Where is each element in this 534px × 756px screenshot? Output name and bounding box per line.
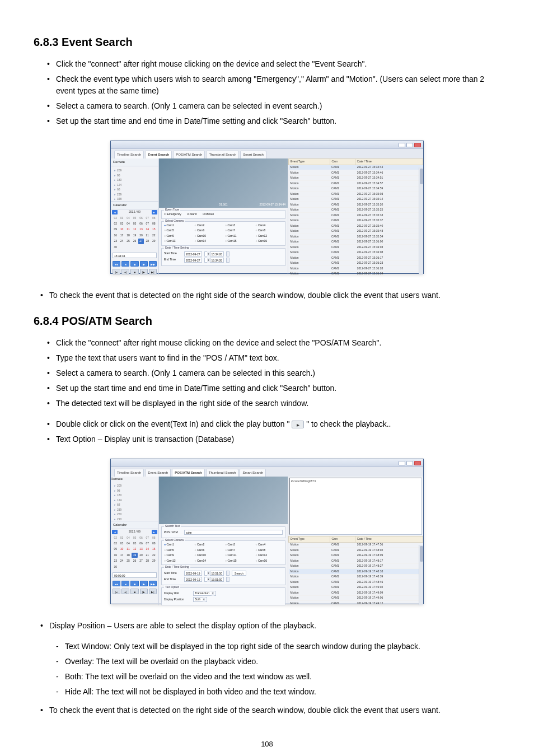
calendar-day[interactable]: 11	[125, 547, 131, 552]
window-max-icon[interactable]	[406, 143, 413, 147]
start-time-spinner[interactable]	[226, 251, 229, 256]
playback-button[interactable]: |▶	[140, 589, 148, 594]
calendar-day[interactable]: 21	[144, 233, 150, 239]
table-row[interactable]: MotionCAM12012-09-27 15:34:59	[289, 186, 423, 192]
table-row[interactable]: MotionCAM12012-09-27 15:34:57	[289, 181, 423, 186]
tab-timeline-search[interactable]: Timeline Search	[114, 469, 144, 477]
display-position-select[interactable]: Both	[193, 597, 207, 602]
camera-radio[interactable]: Cam8	[256, 228, 283, 233]
search-button[interactable]: Search	[232, 571, 246, 576]
calendar-day[interactable]: 25	[125, 239, 131, 244]
camera-radio[interactable]: Cam13	[164, 559, 191, 563]
calendar-day[interactable]: 17	[119, 553, 124, 558]
calendar-day[interactable]: 07	[144, 541, 150, 547]
end-date-input[interactable]: 2012-09-27	[184, 258, 202, 263]
camera-radio[interactable]: Cam2	[195, 223, 222, 228]
calendar-day[interactable]: 24	[119, 558, 124, 564]
calendar-day[interactable]: 29	[151, 558, 157, 564]
tree-node[interactable]: 68	[112, 188, 157, 192]
table-scrollbar[interactable]	[419, 545, 423, 605]
calendar-day[interactable]: 25	[125, 558, 131, 564]
camera-radio[interactable]: Cam6	[195, 548, 222, 553]
playback-button[interactable]: ▶▶	[149, 581, 157, 586]
calendar-day[interactable]: 20	[138, 233, 144, 239]
table-row[interactable]: MotionCAM12012-09-27 15:36:34	[289, 271, 423, 275]
calendar-day[interactable]: 22	[151, 233, 157, 239]
camera-radio[interactable]: Cam8	[256, 548, 283, 553]
start-date-dropdown[interactable]	[204, 571, 208, 576]
camera-radio[interactable]: Cam4	[256, 543, 283, 547]
calendar-day[interactable]: 28	[144, 558, 150, 564]
end-time-input[interactable]: 16:34:26	[210, 258, 224, 263]
camera-radio[interactable]: Cam15	[225, 239, 252, 244]
calendar-day[interactable]: 19	[132, 553, 137, 558]
end-date-dropdown[interactable]	[204, 258, 208, 263]
start-date-input[interactable]: 2012-09-27	[184, 251, 202, 256]
table-row[interactable]: MotionCAM12012-09-27 15:34:51	[289, 175, 423, 181]
table-row[interactable]: MotionCAM12012-09-27 15:36:08	[289, 250, 423, 255]
playback-button[interactable]: ■	[130, 261, 138, 267]
tab-pos-atm-search[interactable]: POS/ATM Search	[172, 469, 205, 477]
tree-node[interactable]: 124	[112, 498, 157, 503]
calendar-day[interactable]: 12	[132, 547, 137, 552]
table-row[interactable]: MotionCAM12012-09-27 15:35:14	[289, 197, 423, 202]
calendar-day[interactable]: 26	[132, 558, 137, 564]
tree-node[interactable]: 180	[112, 178, 157, 183]
camera-radio[interactable]: Cam4	[256, 223, 283, 228]
time-input[interactable]: 15:34:44	[113, 253, 157, 258]
camera-radio[interactable]: Cam14	[195, 239, 222, 244]
calendar-day[interactable]: 21	[144, 553, 150, 558]
calendar-day[interactable]: 15	[151, 547, 157, 552]
table-row[interactable]: MotionCAM12012-09-27 15:35:33	[289, 213, 423, 218]
playback-button[interactable]: ▶	[140, 581, 148, 586]
start-time-spinner[interactable]	[226, 571, 229, 576]
camera-radio[interactable]: Cam5	[164, 228, 191, 233]
table-row[interactable]: MotionCAM12012-09-19 17:49:02	[289, 585, 423, 590]
window-max-icon[interactable]	[406, 461, 413, 465]
calendar-day[interactable]: 09	[113, 547, 118, 552]
table-row[interactable]: MotionCAM12012-09-27 15:35:25	[289, 207, 423, 213]
tab-smart-search[interactable]: Smart Search	[240, 469, 266, 477]
table-row[interactable]: MotionCAM12012-09-19 17:48:09	[289, 553, 423, 558]
playback-button[interactable]: ■	[130, 581, 138, 586]
playback-button[interactable]: ◂|	[121, 269, 129, 274]
table-row[interactable]: MotionCAM12012-09-27 15:36:03	[289, 245, 423, 250]
camera-radio[interactable]: Cam13	[164, 239, 191, 244]
calendar-day[interactable]: 27	[138, 239, 144, 244]
calendar-day[interactable]: 23	[113, 558, 118, 564]
playback-button[interactable]: ◂◂	[113, 261, 120, 267]
table-row[interactable]: MotionCAM12012-09-19 17:49:09	[289, 590, 423, 596]
tree-node[interactable]: 209	[112, 484, 157, 488]
calendar-day[interactable]: 13	[138, 227, 144, 232]
table-row[interactable]: MotionCAM12012-09-27 15:35:54	[289, 234, 423, 240]
calendar-day[interactable]: 18	[125, 553, 131, 558]
start-date-input[interactable]: 2012-09-19	[184, 571, 202, 576]
calendar-day[interactable]: 19	[132, 233, 137, 239]
table-row[interactable]: MotionCAM12012-09-19 17:48:27	[289, 563, 423, 569]
camera-radio[interactable]: Cam9	[164, 553, 191, 558]
playback-button[interactable]: |◂	[113, 269, 120, 274]
start-time-input[interactable]: 15:51:50	[210, 571, 224, 576]
calendar-day[interactable]: 02	[113, 221, 118, 227]
end-time-spinner[interactable]	[226, 577, 229, 582]
calendar-day[interactable]: 14	[144, 547, 150, 552]
camera-radio[interactable]: Cam16	[256, 239, 283, 244]
table-row[interactable]: MotionCAM12012-09-19 17:48:17	[289, 558, 423, 564]
playback-button[interactable]: ▶|	[149, 269, 157, 274]
playback-button[interactable]: ◂◂	[113, 581, 120, 586]
camera-radio[interactable]: Cam12	[256, 234, 283, 239]
start-time-input[interactable]: 15:34:26	[210, 251, 224, 256]
table-scrollbar[interactable]	[419, 167, 423, 275]
playback-button[interactable]: ◂	[121, 261, 129, 267]
cal-prev-btn[interactable]: ◂	[112, 210, 118, 214]
calendar-day[interactable]: 20	[138, 553, 144, 558]
table-row[interactable]: MotionCAM12012-09-19 17:49:06	[289, 595, 423, 601]
table-row[interactable]: MotionCAM12012-09-27 15:36:00	[289, 239, 423, 245]
cal-next-btn[interactable]: ▸	[152, 210, 157, 214]
time-input[interactable]: 00:00:00	[113, 572, 157, 578]
window-min-icon[interactable]	[399, 143, 405, 147]
window-min-icon[interactable]	[399, 461, 405, 465]
table-row[interactable]: MotionCAM12012-09-19 17:48:39	[289, 574, 423, 580]
calendar-day[interactable]: 10	[119, 547, 124, 552]
table-row[interactable]: MotionCAM12012-09-19 17:48:46	[289, 580, 423, 585]
